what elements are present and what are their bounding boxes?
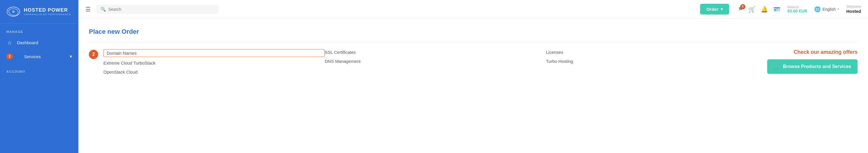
services-chevron-icon: ▾	[70, 54, 72, 59]
manage-section-label: MANAGE	[0, 24, 79, 36]
language-selector[interactable]: 🌐 English ▾	[814, 6, 839, 12]
svg-point-1	[12, 10, 14, 13]
logo-main-text: HOSTED POWER	[24, 7, 71, 13]
check-offers-text: Check our amazing offers	[794, 49, 858, 55]
products-columns: Domain Names Extreme Cloud TurboStack Op…	[103, 49, 858, 75]
main-area: ☰ 🔍 Order ▾ ⚑ 0 🛒 🔔 🪪 Balance	[79, 0, 868, 153]
search-input[interactable]	[108, 7, 214, 11]
logo: HOSTED POWER UNPARALLELED PERFORMANCE	[0, 0, 79, 24]
browse-cart-icon: 🛒	[774, 63, 780, 70]
search-icon: 🔍	[100, 7, 106, 12]
browse-products-button[interactable]: 🛒 Browse Products and Services	[767, 59, 858, 74]
sidebar-item-services[interactable]: 2 👤 Services ▾	[0, 49, 79, 63]
logo-text: HOSTED POWER UNPARALLELED PERFORMANCE	[24, 7, 71, 16]
link-extreme-cloud[interactable]: Extreme Cloud TurboStack	[103, 60, 325, 66]
hamburger-button[interactable]: ☰	[85, 6, 91, 13]
language-chevron-icon: ▾	[837, 7, 839, 11]
order-grid: 2 Domain Names Extreme Cloud TurboStack …	[89, 49, 858, 75]
sidebar-item-dashboard[interactable]: ⌂ Dashboard	[0, 36, 79, 49]
account-section-label: ACCOUNT	[0, 63, 79, 76]
browse-button-label: Browse Products and Services	[783, 64, 851, 69]
content-area: Place new Order 2 Domain Names Extreme C…	[79, 19, 868, 153]
divider	[89, 42, 858, 42]
search-wrapper: 🔍	[96, 5, 218, 14]
sidebar: HOSTED POWER UNPARALLELED PERFORMANCE MA…	[0, 0, 79, 153]
globe-icon: 🌐	[814, 6, 820, 12]
page-title: Place new Order	[89, 28, 858, 35]
order-number-badge: 2	[89, 50, 98, 59]
balance-area[interactable]: Balance €0.00 EUR	[787, 5, 807, 14]
products-col-2: SSL Certificates DNS Management	[325, 49, 546, 75]
logo-sub-text: UNPARALLELED PERFORMANCE	[24, 13, 71, 16]
services-badge: 2	[6, 53, 13, 60]
logo-icon	[6, 5, 21, 18]
cart-button[interactable]: 🛒	[748, 6, 755, 13]
services-icon: 👤	[16, 54, 21, 59]
bell-icon: 🔔	[761, 6, 768, 12]
welcome-name: Hosted	[846, 9, 861, 14]
topnav: ☰ 🔍 Order ▾ ⚑ 0 🛒 🔔 🪪 Balance	[79, 0, 868, 19]
notification-badge: 0	[740, 4, 745, 9]
link-domain-names[interactable]: Domain Names	[103, 49, 325, 57]
sidebar-item-dashboard-label: Dashboard	[17, 40, 38, 45]
cart-icon: 🛒	[748, 6, 755, 12]
notifications-button[interactable]: ⚑ 0	[738, 6, 743, 13]
products-col-3: Licenses Turbo Hosting	[546, 49, 768, 75]
id-card-button[interactable]: 🪪	[773, 6, 781, 13]
products-col-1: Domain Names Extreme Cloud TurboStack Op…	[103, 49, 325, 75]
link-turbo-hosting[interactable]: Turbo Hosting	[546, 58, 768, 64]
welcome-area: Welcome Hosted	[846, 5, 861, 14]
id-icon: 🪪	[773, 6, 781, 12]
balance-label: Balance	[787, 5, 799, 9]
dashboard-icon: ⌂	[6, 40, 13, 46]
topnav-icons: ⚑ 0 🛒 🔔 🪪 Balance €0.00 EUR 🌐 English ▾	[738, 5, 861, 14]
link-dns-management[interactable]: DNS Management	[325, 58, 546, 64]
balance-value: €0.00 EUR	[787, 9, 807, 14]
sidebar-item-services-label: Services	[24, 54, 41, 59]
order-button-label: Order	[707, 7, 718, 11]
link-ssl-certificates[interactable]: SSL Certificates	[325, 49, 546, 55]
link-licenses[interactable]: Licenses	[546, 49, 768, 55]
order-button[interactable]: Order ▾	[700, 4, 729, 15]
bell-button[interactable]: 🔔	[761, 6, 768, 13]
language-label: English	[823, 7, 836, 11]
link-openstack-cloud[interactable]: OpenStack Cloud	[103, 69, 325, 75]
welcome-text: Welcome	[846, 5, 861, 9]
order-chevron-icon: ▾	[721, 7, 723, 11]
offers-col: Check our amazing offers 🛒 Browse Produc…	[767, 49, 858, 75]
